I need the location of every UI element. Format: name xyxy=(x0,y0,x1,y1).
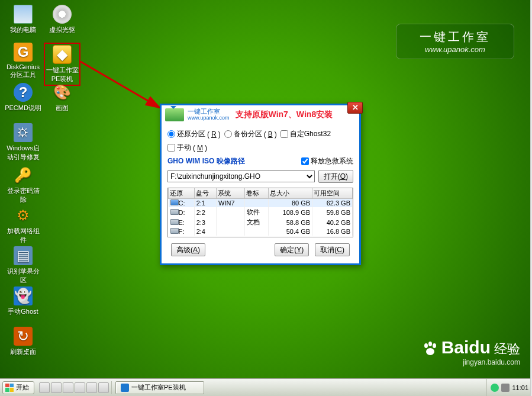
close-button[interactable]: ✕ xyxy=(347,102,363,114)
radio-restore[interactable]: 还原分区(R) xyxy=(167,129,221,139)
table-cell: 108.9 GB xyxy=(268,207,312,217)
table-header[interactable]: 总大小 xyxy=(268,188,312,199)
baidu-text: Baidu xyxy=(441,337,491,357)
advanced-button[interactable]: 高级(A) xyxy=(171,243,205,256)
apple-partition-icon: ▤ xyxy=(14,246,33,265)
desktop-icon-label: 我的电脑 xyxy=(5,25,41,34)
desktop-icon-label: 手动Ghost xyxy=(5,307,41,316)
desktop-icon-virtual-cd[interactable]: 虚拟光驱 xyxy=(44,5,80,34)
desktop-icon-label: PECMD说明 xyxy=(5,104,41,112)
check-label: 自定Ghost32 xyxy=(290,129,331,139)
tray-icon[interactable] xyxy=(501,384,510,392)
system-tray: 11:01 xyxy=(486,379,532,396)
watermark-title: 一键工作室 xyxy=(396,29,514,45)
quick-launch-item[interactable] xyxy=(51,382,62,393)
check-release-rescue[interactable]: 释放急救系统 xyxy=(301,156,353,166)
desktop-icon-login-pw-clear[interactable]: 🔑登录密码清除 xyxy=(5,166,41,204)
desktop-icon-manual-ghost[interactable]: 👻手动Ghost xyxy=(5,286,41,316)
windows-flag-icon xyxy=(5,384,14,392)
table-cell: E: xyxy=(169,217,195,227)
baidu-url: jingyan.baidu.com xyxy=(421,358,520,366)
svg-point-3 xyxy=(433,343,436,348)
table-cell: WIN7 xyxy=(217,199,245,208)
table-cell: C: xyxy=(169,199,195,208)
app-logo-icon xyxy=(165,108,184,121)
desktop-icon-apple-partition[interactable]: ▤识别苹果分区 xyxy=(5,246,41,285)
dialog-body: 还原分区(R) 备份分区(B) 自定Ghost32 手动(M) GHO WIM … xyxy=(162,124,359,263)
tray-icon[interactable] xyxy=(491,384,499,392)
table-cell xyxy=(217,227,245,236)
watermark-baidu: Baidu经验 jingyan.baidu.com xyxy=(421,337,520,366)
desktop-icon-label: 识别苹果分区 xyxy=(5,267,41,285)
table-header[interactable]: 可用空间 xyxy=(312,188,353,199)
desktop-icon-pe-installer[interactable]: ◆一键工作室PE装机 xyxy=(44,43,80,86)
image-path-select[interactable]: F:\zuixinchunjingxitong.GHO xyxy=(167,170,315,182)
desktop-icon-paint[interactable]: 🎨画图 xyxy=(44,83,80,112)
load-net-icon: ⚙ xyxy=(14,206,33,225)
desktop-icon-label: 一键工作室PE装机 xyxy=(45,66,79,83)
table-cell: 59.8 GB xyxy=(312,207,353,217)
ok-button[interactable]: 确定(Y) xyxy=(275,243,309,256)
quick-launch-item[interactable] xyxy=(98,382,109,393)
win-boot-repair-icon: ⛭ xyxy=(14,123,33,142)
desktop-icon-label: 登录密码清除 xyxy=(5,186,41,204)
cancel-button[interactable]: 取消(C) xyxy=(315,243,350,256)
table-header[interactable]: 卷标 xyxy=(244,188,268,199)
table-cell: 2:2 xyxy=(194,207,216,217)
desktop-icon-refresh-desktop[interactable]: ↻刷新桌面 xyxy=(5,327,41,356)
check-custom-ghost[interactable]: 自定Ghost32 xyxy=(280,129,331,139)
virtual-cd-icon xyxy=(53,5,72,24)
table-cell: 50.4 GB xyxy=(268,227,312,236)
dialog-buttons: 高级(A) 确定(Y) 取消(C) xyxy=(167,237,353,260)
desktop-icon-label: 刷新桌面 xyxy=(5,347,41,356)
hotkey: M xyxy=(197,144,203,152)
table-cell: 2:4 xyxy=(194,227,216,236)
desktop-icon-label: 虚拟光驱 xyxy=(44,25,80,34)
partition-table-wrap: 还原盘号系统卷标总大小可用空间 C:2:1WIN780 GB62.3 GBD:2… xyxy=(167,188,353,237)
table-row[interactable]: D:2:2软件108.9 GB59.8 GB xyxy=(169,207,353,217)
table-cell: 40.2 GB xyxy=(312,217,353,227)
table-row[interactable]: E:2:3文档58.8 GB40.2 GB xyxy=(169,217,353,227)
manual-ghost-icon: 👻 xyxy=(14,286,33,305)
radio-backup[interactable]: 备份分区(B) xyxy=(224,129,277,139)
quick-launch-item[interactable] xyxy=(75,382,85,393)
table-row[interactable]: F:2:450.4 GB16.8 GB xyxy=(169,227,353,236)
radio-restore-label: 还原分区 xyxy=(177,129,205,139)
table-header[interactable]: 系统 xyxy=(217,188,245,199)
table-cell: 58.8 GB xyxy=(268,217,312,227)
table-cell: 2:1 xyxy=(194,199,216,208)
btn-text: 取消 xyxy=(320,246,334,254)
table-cell: 80 GB xyxy=(268,199,312,208)
image-path-label: GHO WIM ISO 映像路径 xyxy=(167,156,245,166)
table-header[interactable]: 盘号 xyxy=(194,188,216,199)
login-pw-clear-icon: 🔑 xyxy=(14,166,33,185)
table-cell: 软件 xyxy=(244,207,268,217)
brand-line2: www.upanok.com xyxy=(188,115,230,121)
table-cell: 62.3 GB xyxy=(312,199,353,208)
table-row[interactable]: C:2:1WIN780 GB62.3 GB xyxy=(169,199,353,208)
desktop-icon-pecmd-help[interactable]: ?PECMD说明 xyxy=(5,83,41,112)
support-text: 支持原版Win7、Win8安装 xyxy=(236,110,333,120)
quick-launch-item[interactable] xyxy=(63,382,73,393)
taskbar: 开始 一键工作室PE装机 11:01 xyxy=(0,378,532,396)
clock[interactable]: 11:01 xyxy=(512,384,528,391)
path-row: F:\zuixinchunjingxitong.GHO 打开(O) xyxy=(167,170,353,183)
desktop-icon-load-net[interactable]: ⚙加载网络组件 xyxy=(5,206,41,244)
desktop-icon-diskgenius[interactable]: GDiskGenius分区工具 xyxy=(5,43,41,79)
pe-installer-icon: ◆ xyxy=(53,45,72,64)
quick-launch-item[interactable] xyxy=(39,382,50,393)
quick-launch-item[interactable] xyxy=(86,382,97,393)
installer-dialog: ✕ 一键工作室 www.upanok.com 支持原版Win7、Win8安装 还… xyxy=(160,104,361,265)
task-label: 一键工作室PE装机 xyxy=(131,383,186,392)
check-manual[interactable]: 手动(M) xyxy=(167,143,207,153)
desktop-icon-win-boot-repair[interactable]: ⛭Windows启动引导修复 xyxy=(5,123,41,162)
table-header[interactable]: 还原 xyxy=(169,188,195,199)
desktop-icon-my-computer[interactable]: 我的电脑 xyxy=(5,5,41,34)
start-button[interactable]: 开始 xyxy=(2,381,34,394)
start-label: 开始 xyxy=(16,383,29,392)
table-cell: 16.8 GB xyxy=(312,227,353,236)
open-button[interactable]: 打开(O) xyxy=(318,170,353,183)
partition-table[interactable]: 还原盘号系统卷标总大小可用空间 C:2:1WIN780 GB62.3 GBD:2… xyxy=(168,188,353,236)
watermark-url: www.upanok.com xyxy=(396,45,514,54)
taskbar-task[interactable]: 一键工作室PE装机 xyxy=(115,381,204,394)
